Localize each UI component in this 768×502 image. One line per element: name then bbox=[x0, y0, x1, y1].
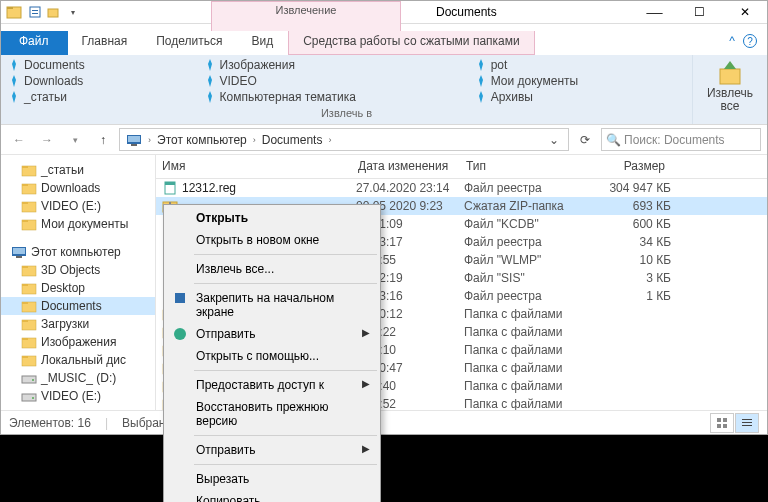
extract-all-button[interactable]: Извлечь все bbox=[699, 57, 761, 115]
nav-pc-item[interactable]: Изображения bbox=[1, 333, 155, 351]
svg-rect-22 bbox=[22, 266, 28, 268]
menu-item[interactable]: Закрепить на начальном экране bbox=[166, 287, 378, 323]
addr-dropdown-icon[interactable]: ⌄ bbox=[542, 129, 566, 151]
pinned-folder[interactable]: VIDEO bbox=[203, 73, 464, 89]
file-type: Файл реестра bbox=[464, 235, 591, 249]
menu-item[interactable]: Восстановить прежнюю версию bbox=[166, 396, 378, 432]
folder-icon bbox=[21, 281, 37, 295]
nav-quick-item[interactable]: Downloads bbox=[1, 179, 155, 197]
col-date[interactable]: Дата изменения bbox=[352, 155, 460, 178]
menu-separator bbox=[194, 370, 377, 371]
nav-back-button[interactable]: ← bbox=[7, 128, 31, 152]
search-placeholder: Поиск: Documents bbox=[624, 133, 725, 147]
pin-icon bbox=[7, 58, 21, 72]
navigation-pane: _статьиDownloadsVIDEO (E:)Мои документы … bbox=[1, 155, 156, 410]
breadcrumb-documents[interactable]: Documents bbox=[258, 133, 327, 147]
nav-pc-item[interactable]: Documents bbox=[1, 297, 155, 315]
svg-rect-4 bbox=[32, 13, 38, 14]
pinned-folder[interactable]: Мои документы bbox=[474, 73, 686, 89]
tab-view[interactable]: Вид bbox=[237, 31, 288, 55]
nav-quick-item[interactable]: _статьи bbox=[1, 161, 155, 179]
file-type: Папка с файлами bbox=[464, 307, 591, 321]
view-details-button[interactable] bbox=[735, 413, 759, 433]
maximize-button[interactable]: ☐ bbox=[677, 0, 722, 27]
pinned-folder[interactable]: Архивы bbox=[474, 89, 686, 105]
menu-item[interactable]: Вырезать bbox=[166, 468, 378, 490]
tab-home[interactable]: Главная bbox=[68, 31, 143, 55]
pc-icon bbox=[122, 133, 146, 147]
tab-file[interactable]: Файл bbox=[1, 31, 68, 55]
folder-icon bbox=[21, 353, 37, 367]
menu-item[interactable]: Открыть в новом окне bbox=[166, 229, 378, 251]
search-input[interactable]: 🔍 Поиск: Documents bbox=[601, 128, 761, 151]
nav-pc-item[interactable]: _MUSIC_ (D:) bbox=[1, 369, 155, 387]
nav-item-label: _статьи bbox=[41, 163, 84, 177]
nav-pc-item[interactable]: Локальный дис bbox=[1, 351, 155, 369]
file-type: Папка с файлами bbox=[464, 325, 591, 339]
view-thumbnails-button[interactable] bbox=[710, 413, 734, 433]
pinned-folder[interactable]: Изображения bbox=[203, 57, 464, 73]
nav-quick-item[interactable]: VIDEO (E:) bbox=[1, 197, 155, 215]
file-type: Папка с файлами bbox=[464, 379, 591, 393]
tab-compressed[interactable]: Средства работы со сжатыми папками bbox=[288, 31, 535, 55]
tab-share[interactable]: Поделиться bbox=[142, 31, 237, 55]
pc-icon bbox=[11, 245, 27, 259]
qat-properties-icon[interactable] bbox=[26, 2, 44, 22]
nav-quick-item[interactable]: Мои документы bbox=[1, 215, 155, 233]
nav-this-pc[interactable]: Этот компьютер bbox=[1, 243, 155, 261]
nav-pc-item[interactable]: VIDEO (E:) bbox=[1, 387, 155, 405]
contextual-tab-header: Извлечение bbox=[211, 1, 401, 31]
file-name: 12312.reg bbox=[182, 181, 356, 195]
explorer-window: ▾ Извлечение Documents — ☐ ✕ Файл Главна… bbox=[0, 0, 768, 435]
ribbon: DocumentsDownloads_статьиИзображенияVIDE… bbox=[1, 55, 767, 125]
menu-item[interactable]: Отправить▶ bbox=[166, 439, 378, 461]
pinned-folder[interactable]: Компьютерная тематика bbox=[203, 89, 464, 105]
menu-item-label: Открыть bbox=[196, 211, 248, 225]
col-size[interactable]: Размер bbox=[587, 155, 672, 178]
breadcrumb-pc[interactable]: Этот компьютер bbox=[153, 133, 251, 147]
nav-pc-item[interactable]: Desktop bbox=[1, 279, 155, 297]
nav-forward-button[interactable]: → bbox=[35, 128, 59, 152]
svg-rect-3 bbox=[32, 10, 38, 11]
nav-recent-dropdown[interactable]: ▾ bbox=[63, 128, 87, 152]
pin-icon bbox=[203, 74, 217, 88]
address-bar: ← → ▾ ↑ › Этот компьютер › Documents › ⌄… bbox=[1, 125, 767, 155]
col-name[interactable]: Имя bbox=[156, 155, 352, 178]
pinned-folder-label: VIDEO bbox=[220, 74, 257, 88]
menu-item[interactable]: Открыть bbox=[166, 207, 378, 229]
pinned-folder[interactable]: _статьи bbox=[7, 89, 193, 105]
menu-item[interactable]: Предоставить доступ к▶ bbox=[166, 374, 378, 396]
minimize-button[interactable]: — bbox=[632, 0, 677, 27]
context-menu: ОткрытьОткрыть в новом окнеИзвлечь все..… bbox=[163, 204, 381, 502]
qat-dropdown-icon[interactable]: ▾ bbox=[64, 2, 82, 22]
file-row[interactable]: 12312.reg27.04.2020 23:14Файл реестра304… bbox=[156, 179, 767, 197]
nav-pc-item[interactable]: 3D Objects bbox=[1, 261, 155, 279]
pinned-folder[interactable]: Documents bbox=[7, 57, 193, 73]
svg-point-34 bbox=[32, 379, 34, 381]
menu-item[interactable]: Отправить▶ bbox=[166, 323, 378, 345]
nav-pc-item[interactable]: Загрузки bbox=[1, 315, 155, 333]
pin-icon bbox=[7, 74, 21, 88]
pinned-folder-label: pot bbox=[491, 58, 508, 72]
breadcrumb-bar[interactable]: › Этот компьютер › Documents › ⌄ bbox=[119, 128, 569, 151]
svg-rect-19 bbox=[13, 248, 25, 254]
col-type[interactable]: Тип bbox=[460, 155, 587, 178]
close-button[interactable]: ✕ bbox=[722, 0, 767, 27]
pinned-folder[interactable]: Downloads bbox=[7, 73, 193, 89]
svg-rect-13 bbox=[22, 184, 28, 186]
svg-point-73 bbox=[174, 328, 186, 340]
svg-rect-67 bbox=[717, 424, 721, 428]
menu-item[interactable]: Извлечь все... bbox=[166, 258, 378, 280]
pinned-folder[interactable]: pot bbox=[474, 57, 686, 73]
menu-item-label: Вырезать bbox=[196, 472, 249, 486]
nav-up-button[interactable]: ↑ bbox=[91, 128, 115, 152]
file-type: Файл "WLMP" bbox=[464, 253, 591, 267]
ribbon-help[interactable]: ^? bbox=[719, 31, 767, 55]
menu-item[interactable]: Открыть с помощью... bbox=[166, 345, 378, 367]
svg-rect-28 bbox=[22, 320, 28, 322]
refresh-button[interactable]: ⟳ bbox=[573, 129, 597, 151]
svg-rect-6 bbox=[720, 69, 740, 84]
qat-newfolder-icon[interactable] bbox=[45, 2, 63, 22]
menu-item[interactable]: Копировать bbox=[166, 490, 378, 502]
svg-rect-70 bbox=[742, 422, 752, 423]
